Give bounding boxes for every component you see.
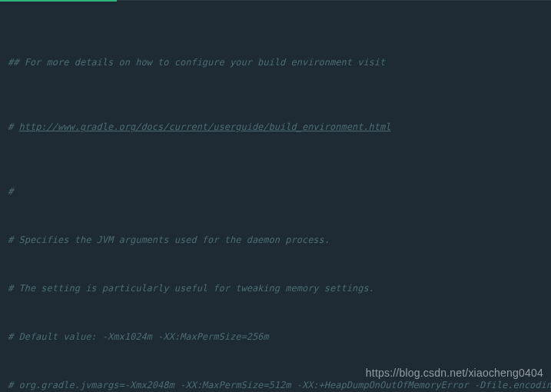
comment-text: # org.gradle.jvmargs=-Xmx2048m -XX:MaxPe… <box>8 380 551 390</box>
active-tab-accent <box>0 0 117 2</box>
watermark-text: https://blog.csdn.net/xiaocheng0404 <box>366 365 543 381</box>
comment-text: ## For more details on how to configure … <box>8 57 385 68</box>
comment-text: # Default value: -Xmx1024m -XX:MaxPermSi… <box>8 331 269 342</box>
code-line: # <box>8 184 551 200</box>
code-editor[interactable]: ## For more details on how to configure … <box>0 0 551 392</box>
comment-text: # Specifies the JVM arguments used for t… <box>8 234 330 245</box>
comment-prefix: # <box>8 121 18 132</box>
code-line: # Specifies the JVM arguments used for t… <box>8 232 551 248</box>
comment-text: # The setting is particularly useful for… <box>8 283 374 294</box>
code-line: # http://www.gradle.org/docs/current/use… <box>8 119 551 135</box>
doc-link[interactable]: http://www.gradle.org/docs/current/userg… <box>18 121 390 132</box>
comment-text: # <box>8 186 13 197</box>
code-line: # Default value: -Xmx1024m -XX:MaxPermSi… <box>8 329 551 345</box>
code-line: # The setting is particularly useful for… <box>8 281 551 297</box>
code-line: ## For more details on how to configure … <box>8 55 551 71</box>
